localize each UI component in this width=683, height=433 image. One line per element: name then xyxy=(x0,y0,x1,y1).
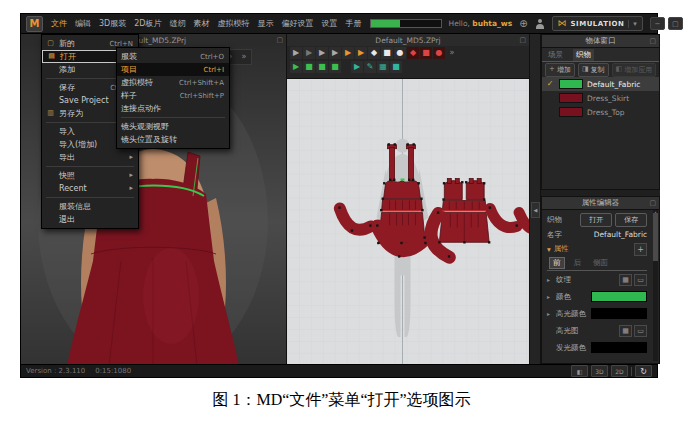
circle-tool-icon[interactable]: ● xyxy=(394,47,406,59)
panel-splitter[interactable]: ◀ xyxy=(529,34,541,364)
tab-front[interactable]: 前 xyxy=(549,257,565,269)
menu-avatar[interactable]: 虚拟模特 xyxy=(218,18,250,29)
expander-icon[interactable]: ▸ xyxy=(547,293,553,300)
edit-point-tool-icon[interactable]: ▶ xyxy=(329,47,341,59)
fabric-row[interactable]: ✓ Default_Fabric xyxy=(542,77,659,91)
menu-edit[interactable]: 编辑 xyxy=(75,18,91,29)
edit-curvature-tool-icon[interactable]: ▶ xyxy=(355,47,367,59)
bodice-front-piece xyxy=(384,181,421,199)
expander-icon[interactable]: ▸ xyxy=(547,310,553,317)
tab-fabric[interactable]: 织物 xyxy=(573,49,594,61)
tab-scene[interactable]: 场景 xyxy=(545,49,566,61)
menu-item-exit[interactable]: 退出 xyxy=(42,213,138,226)
specular-grid-icon[interactable]: ▦ xyxy=(619,325,632,337)
edit-sewing-tool-icon[interactable]: ▶ xyxy=(290,61,302,73)
add-point-tool-icon[interactable]: ▶ xyxy=(342,47,354,59)
fabric-row[interactable]: Dress_Skirt xyxy=(542,91,659,105)
menu-material[interactable]: 素材 xyxy=(194,18,210,29)
fabric-row[interactable]: Dress_Top xyxy=(542,105,659,119)
emissive-color-swatch[interactable] xyxy=(591,342,647,353)
transform-pattern-tool-icon[interactable]: ▶ xyxy=(290,47,302,59)
segment-sewing-tool-icon[interactable]: ■ xyxy=(303,61,315,73)
menu-2d-pattern[interactable]: 2D板片 xyxy=(134,18,161,29)
menu-settings[interactable]: 设置 xyxy=(322,18,338,29)
mn-sewing-tool-icon[interactable]: ■ xyxy=(329,61,341,73)
polygon-tool-icon[interactable]: ◆ xyxy=(368,47,380,59)
object-window-header: 物体窗口 ▢ xyxy=(542,35,659,48)
specular-color-swatch[interactable] xyxy=(591,308,647,319)
collapse-panel-icon[interactable]: ◀ xyxy=(531,202,540,218)
menu-item-export[interactable]: 导出 ▸ xyxy=(42,151,138,164)
save-fabric-button[interactable]: 保存 xyxy=(615,213,647,227)
texture-grid-icon[interactable]: ▦ xyxy=(619,274,632,286)
tab-side[interactable]: 侧面 xyxy=(590,258,611,268)
submenu-item-avatar[interactable]: 虚拟模特 Ctrl+Shift+A xyxy=(117,76,229,89)
split-view-button[interactable]: ◧ xyxy=(571,365,588,377)
transform-sketch-tool-icon[interactable]: ▶ xyxy=(303,47,315,59)
texture-swatch-icon[interactable]: ■ xyxy=(390,61,402,73)
edit-texture-pencil-icon[interactable]: ✎ xyxy=(364,61,376,73)
fabric-swatch[interactable] xyxy=(559,107,583,117)
menu-display[interactable]: 显示 xyxy=(258,18,274,29)
circle-dart-tool-icon[interactable]: ● xyxy=(433,47,445,59)
copy-fabric-button[interactable]: ◨复制 xyxy=(578,63,609,77)
menu-item-snapshot[interactable]: 快照 ▸ xyxy=(42,169,138,182)
expander-icon[interactable]: ▸ xyxy=(547,276,553,283)
menu-preferences[interactable]: 偏好设置 xyxy=(282,18,314,29)
view-3d-button[interactable]: 3D xyxy=(591,365,608,377)
window-dock-icon[interactable]: ▢ xyxy=(519,37,526,44)
globe-icon[interactable]: ⊕ xyxy=(519,19,527,29)
submenu-item-project[interactable]: 项目 Ctrl+I xyxy=(117,63,229,76)
specular-map-row: 高光图 ▦ ▭ xyxy=(547,322,647,339)
submenu-arrow-icon: ▸ xyxy=(128,154,133,161)
submenu-item-camera-position[interactable]: 镜头位置及旋转 xyxy=(117,133,229,146)
layout-buttons: ◧ 3D 2D ↻ xyxy=(571,365,652,377)
menu-manual[interactable]: 手册 xyxy=(346,18,362,29)
version-text: Version : 2.3.110 xyxy=(26,367,85,375)
texture-checker-icon[interactable]: ▦ xyxy=(377,61,389,73)
window-dock-icon[interactable]: ▢ xyxy=(276,37,283,44)
specular-map-icon[interactable]: ▭ xyxy=(634,325,647,337)
sync-icon[interactable]: ↻ xyxy=(635,365,652,377)
rectangle-dart-tool-icon[interactable]: ■ xyxy=(420,47,432,59)
menu-3d-garment[interactable]: 3D服装 xyxy=(99,18,126,29)
fabric-swatch[interactable] xyxy=(559,79,583,89)
menu-sewing[interactable]: 缝纫 xyxy=(170,18,186,29)
free-sewing-tool-icon[interactable]: ■ xyxy=(316,61,328,73)
menu-file[interactable]: 文件 xyxy=(51,18,67,29)
object-window-tabs: 场景 织物 xyxy=(542,48,659,62)
add-property-button[interactable]: + xyxy=(634,243,647,256)
view-2d-button[interactable]: 2D xyxy=(611,365,628,377)
edit-texture-tool-icon[interactable]: ▶ xyxy=(351,61,363,73)
toolbar-overflow-icon[interactable]: » xyxy=(446,47,458,59)
add-fabric-button[interactable]: +增加 xyxy=(545,63,575,77)
texture-map-icon[interactable]: ▭ xyxy=(634,274,647,286)
submenu-item-joint-motion[interactable]: 连接点动作 xyxy=(117,102,229,115)
menu-item-recent[interactable]: Recent ▸ xyxy=(42,182,138,195)
toolbar-overflow-icon[interactable]: » xyxy=(238,51,250,63)
window-dock-icon[interactable]: ▢ xyxy=(650,38,657,45)
property-section[interactable]: ▾ 属性 + xyxy=(547,242,647,256)
open-fabric-button[interactable]: 打开 xyxy=(580,213,612,227)
rectangle-tool-icon[interactable]: ■ xyxy=(381,47,393,59)
dart-tool-icon[interactable]: ◆ xyxy=(407,47,419,59)
fabric-swatch[interactable] xyxy=(559,93,583,103)
scrollbar-thumb[interactable] xyxy=(653,213,658,261)
emissive-color-row: 发光颜色 xyxy=(547,339,647,356)
tab-back[interactable]: 后 xyxy=(571,258,585,268)
window-dock-icon[interactable]: ▢ xyxy=(650,200,657,207)
minimize-button[interactable]: − xyxy=(650,17,665,30)
submenu-item-camera-view[interactable]: 镜头观测视野 xyxy=(117,120,229,133)
submenu-item-garment[interactable]: 服装 Ctrl+O xyxy=(117,50,229,63)
apply-fabric-button[interactable]: ◧增加应用 xyxy=(612,63,657,77)
chevron-down-icon[interactable]: ▾ xyxy=(628,20,637,28)
scrollbar[interactable]: ▴ xyxy=(653,210,658,361)
menu-item-garment-info[interactable]: 服装信息 xyxy=(42,200,138,213)
maximize-button[interactable]: ▢ xyxy=(668,17,683,30)
edit-pattern-tool-icon[interactable]: ▶ xyxy=(316,47,328,59)
color-row: ▸ 颜色 xyxy=(547,288,647,305)
submenu-item-pose[interactable]: 样子 Ctrl+Shift+P xyxy=(117,89,229,102)
account-icon[interactable] xyxy=(535,19,545,29)
color-swatch[interactable] xyxy=(591,291,647,302)
simulation-button[interactable]: ⋈ SIMULATION ▾ xyxy=(552,16,643,31)
